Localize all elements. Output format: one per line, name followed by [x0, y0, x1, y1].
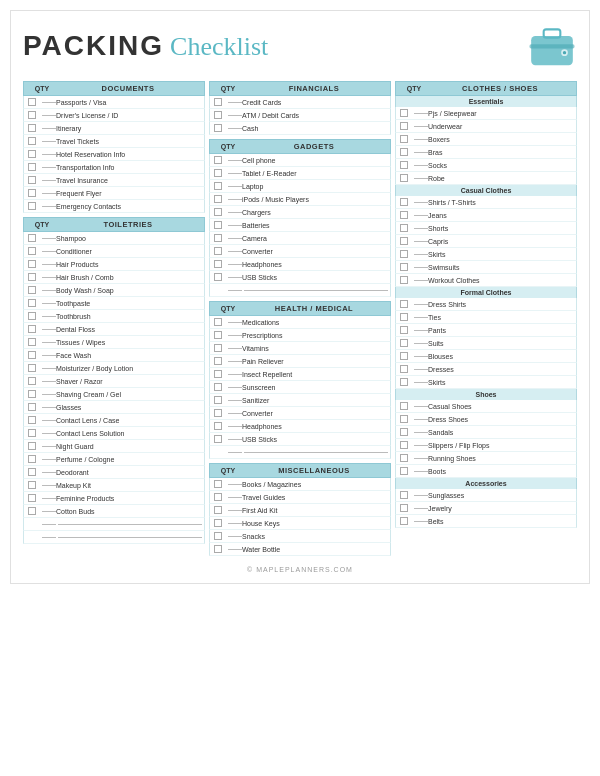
- sub-section-header: Casual Clothes: [395, 185, 577, 196]
- checkbox[interactable]: [28, 442, 36, 450]
- checkbox[interactable]: [214, 370, 222, 378]
- checkbox[interactable]: [400, 352, 408, 360]
- checkbox[interactable]: [400, 211, 408, 219]
- checkbox[interactable]: [214, 156, 222, 164]
- checkbox[interactable]: [28, 429, 36, 437]
- checkbox[interactable]: [400, 326, 408, 334]
- checkbox[interactable]: [214, 480, 222, 488]
- checkbox[interactable]: [214, 260, 222, 268]
- checkbox[interactable]: [400, 454, 408, 462]
- checkbox[interactable]: [214, 234, 222, 242]
- qty-line: [42, 251, 56, 252]
- checkbox[interactable]: [28, 455, 36, 463]
- checkbox[interactable]: [400, 250, 408, 258]
- checkbox[interactable]: [400, 365, 408, 373]
- checkbox[interactable]: [214, 357, 222, 365]
- checkbox[interactable]: [214, 409, 222, 417]
- checkbox[interactable]: [400, 148, 408, 156]
- checkbox[interactable]: [214, 195, 222, 203]
- checkbox[interactable]: [214, 519, 222, 527]
- checkbox[interactable]: [400, 428, 408, 436]
- checkbox[interactable]: [400, 517, 408, 525]
- checkbox[interactable]: [214, 318, 222, 326]
- checkbox[interactable]: [28, 260, 36, 268]
- checkbox[interactable]: [400, 402, 408, 410]
- checkbox[interactable]: [400, 109, 408, 117]
- checkbox[interactable]: [214, 344, 222, 352]
- checkbox[interactable]: [28, 507, 36, 515]
- checkbox[interactable]: [214, 111, 222, 119]
- checkbox[interactable]: [28, 338, 36, 346]
- checkbox[interactable]: [28, 377, 36, 385]
- checkbox[interactable]: [28, 481, 36, 489]
- checkbox[interactable]: [214, 98, 222, 106]
- item-label: Dental Floss: [56, 326, 200, 333]
- checkbox[interactable]: [28, 247, 36, 255]
- qty-line: [228, 212, 242, 213]
- checkbox[interactable]: [400, 504, 408, 512]
- checkbox[interactable]: [400, 339, 408, 347]
- checkbox[interactable]: [28, 416, 36, 424]
- checkbox[interactable]: [400, 135, 408, 143]
- checkbox[interactable]: [400, 198, 408, 206]
- section-header: QTY GADGETS: [209, 139, 391, 154]
- checkbox[interactable]: [28, 273, 36, 281]
- checkbox[interactable]: [214, 435, 222, 443]
- checkbox[interactable]: [28, 150, 36, 158]
- checkbox[interactable]: [28, 299, 36, 307]
- checkbox[interactable]: [400, 313, 408, 321]
- checkbox[interactable]: [28, 325, 36, 333]
- checkbox[interactable]: [28, 286, 36, 294]
- checkbox[interactable]: [28, 234, 36, 242]
- checkbox[interactable]: [28, 189, 36, 197]
- checkbox[interactable]: [400, 224, 408, 232]
- list-item: Sunscreen: [209, 381, 391, 394]
- checkbox[interactable]: [28, 403, 36, 411]
- checkbox[interactable]: [28, 494, 36, 502]
- checkbox[interactable]: [400, 300, 408, 308]
- checkbox[interactable]: [214, 221, 222, 229]
- section-header: QTY DOCUMENTS: [23, 81, 205, 96]
- checkbox[interactable]: [400, 491, 408, 499]
- checkbox[interactable]: [28, 137, 36, 145]
- checkbox[interactable]: [214, 124, 222, 132]
- checkbox[interactable]: [214, 506, 222, 514]
- checkbox[interactable]: [28, 98, 36, 106]
- checkbox[interactable]: [400, 415, 408, 423]
- checkbox[interactable]: [28, 364, 36, 372]
- checkbox[interactable]: [400, 174, 408, 182]
- checkbox[interactable]: [214, 422, 222, 430]
- checkbox[interactable]: [28, 124, 36, 132]
- checkbox[interactable]: [214, 383, 222, 391]
- checkbox[interactable]: [400, 378, 408, 386]
- checkbox[interactable]: [28, 390, 36, 398]
- checkbox[interactable]: [214, 247, 222, 255]
- checkbox[interactable]: [28, 163, 36, 171]
- checkbox[interactable]: [214, 545, 222, 553]
- checkbox[interactable]: [28, 351, 36, 359]
- checkbox[interactable]: [214, 169, 222, 177]
- qty-line: [414, 343, 428, 344]
- checkbox[interactable]: [214, 208, 222, 216]
- checkbox[interactable]: [400, 237, 408, 245]
- item-label: Pjs / Sleepwear: [428, 110, 572, 117]
- qty-line: [42, 394, 56, 395]
- checkbox[interactable]: [28, 202, 36, 210]
- checkbox[interactable]: [214, 182, 222, 190]
- checkbox[interactable]: [28, 312, 36, 320]
- checkbox[interactable]: [214, 331, 222, 339]
- checkbox[interactable]: [214, 273, 222, 281]
- checkbox[interactable]: [400, 122, 408, 130]
- checkbox[interactable]: [400, 441, 408, 449]
- checkbox[interactable]: [28, 176, 36, 184]
- qty-line: [42, 485, 56, 486]
- checkbox[interactable]: [28, 468, 36, 476]
- checkbox[interactable]: [400, 467, 408, 475]
- checkbox[interactable]: [214, 493, 222, 501]
- checkbox[interactable]: [214, 396, 222, 404]
- checkbox[interactable]: [28, 111, 36, 119]
- checkbox[interactable]: [400, 161, 408, 169]
- checkbox[interactable]: [214, 532, 222, 540]
- checkbox[interactable]: [400, 263, 408, 271]
- checkbox[interactable]: [400, 276, 408, 284]
